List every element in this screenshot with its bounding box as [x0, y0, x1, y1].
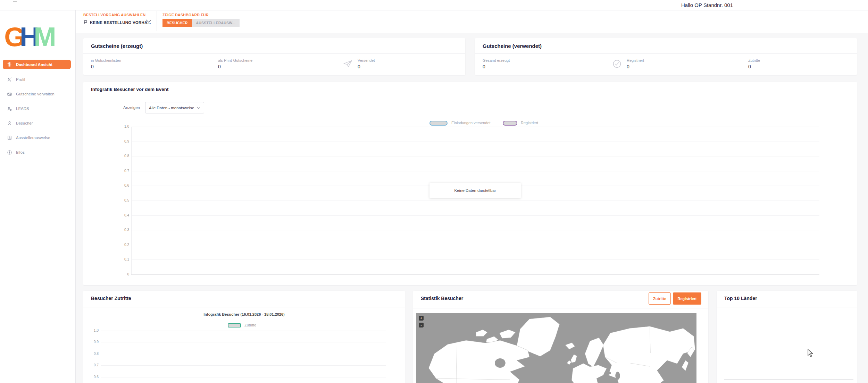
- card-infografik-vor-event: Infografik Besucher vor dem Event Anzeig…: [83, 82, 857, 285]
- paper-plane-icon: [343, 59, 353, 70]
- period-select[interactable]: Alle Daten - monatsweise: [145, 102, 204, 113]
- sidebar-item-gutscheine-verwalten[interactable]: Gutscheine verwalten: [0, 90, 76, 98]
- ytick: 0.9: [88, 340, 99, 344]
- ytick: 1.0: [88, 329, 99, 332]
- ytick: 0.6: [88, 375, 99, 379]
- card-title: Statistik Besucher: [421, 296, 463, 301]
- x-axis-line: [724, 379, 853, 380]
- empty-data-message: Keine Daten darstellbar: [429, 183, 521, 198]
- zutritte-button[interactable]: Zutritte: [649, 292, 671, 305]
- divider: [83, 98, 857, 98]
- legend-swatch-zutritte[interactable]: [228, 323, 241, 327]
- top-left-artifact: [13, 1, 17, 2]
- map-zoom-out-button[interactable]: -: [419, 323, 424, 327]
- check-circle-icon: [612, 59, 622, 70]
- gridline: [131, 156, 819, 156]
- ytick: 0.4: [117, 213, 129, 217]
- filter-label: Anzeigen: [123, 105, 140, 110]
- person-edit-icon: [7, 77, 12, 82]
- sliders-icon: [7, 62, 12, 67]
- divider: [83, 307, 405, 307]
- gridline: [131, 201, 819, 201]
- gridline: [101, 365, 386, 366]
- logo-letter-g: G: [4, 23, 20, 51]
- gridline: [131, 171, 819, 171]
- dashboard-for-tabs: BESUCHER AUSSTELLERAUSW...: [162, 19, 240, 27]
- flag-outline-icon: [83, 20, 90, 25]
- y-axis-line: [101, 331, 101, 383]
- sidebar-item-besucher[interactable]: Besucher: [0, 119, 76, 127]
- gridline: [101, 342, 386, 342]
- person-icon: [7, 121, 12, 126]
- divider: [475, 53, 857, 54]
- chevron-down-icon[interactable]: [146, 18, 151, 24]
- ytick: 0: [117, 272, 129, 276]
- legend-label-registriert[interactable]: Registriert: [521, 121, 538, 125]
- sidebar-item-label: Besucher: [16, 121, 33, 125]
- order-select[interactable]: KEINE BESTELLUNG VORHA...: [83, 20, 151, 25]
- ytick: 0.3: [117, 228, 129, 232]
- card-title: Top 10 Länder: [724, 296, 757, 301]
- ytick: 1.0: [117, 125, 129, 128]
- gridline: [131, 230, 819, 230]
- sidebar-item-ausstellerausweise[interactable]: Ausstellerausweise: [0, 134, 76, 142]
- sidebar-item-label: LEADS: [16, 107, 29, 111]
- header-divider: [157, 11, 157, 31]
- gridline-zero: [131, 274, 819, 275]
- logo-letter-m: M: [34, 23, 51, 51]
- gridline: [101, 331, 386, 331]
- divider: [413, 308, 708, 308]
- ytick: 0.9: [117, 139, 129, 143]
- order-select-value: KEINE BESTELLUNG VORHA...: [90, 20, 151, 25]
- card-top10-laender: Top 10 Länder: [717, 291, 857, 383]
- sidebar-item-infos[interactable]: Infos: [0, 148, 76, 156]
- card-title: Gutscheine (verwendet): [483, 43, 542, 49]
- card-gutscheine-verwendet: Gutscheine (verwendet) Gesamt erzeugt 0 …: [475, 38, 857, 75]
- registriert-button[interactable]: Registriert: [673, 292, 701, 305]
- sidebar-item-label: Infos: [16, 150, 25, 154]
- period-select-value: Alle Daten - monatsweise: [149, 106, 194, 110]
- divider: [83, 53, 465, 54]
- top-strip: Hallo OP Standnr. 001: [0, 0, 868, 10]
- tab-besucher[interactable]: BESUCHER: [162, 19, 192, 27]
- ytick: 0.6: [117, 184, 129, 187]
- ytick: 0.7: [88, 363, 99, 367]
- sidebar-item-label: Gutscheine verwalten: [16, 92, 55, 96]
- stat-registriert: Registriert 0: [627, 58, 644, 69]
- discount-tag-icon: [7, 92, 12, 97]
- stat-zutritte: Zutritte 0: [748, 58, 760, 69]
- sidebar-item-leads[interactable]: LEADS: [0, 104, 76, 113]
- sidebar-item-dashboard[interactable]: Dashboard Ansicht: [3, 60, 71, 69]
- sidebar-item-label: Dashboard Ansicht: [16, 62, 52, 67]
- greeting-text: Hallo OP Standnr. 001: [681, 2, 733, 8]
- card-besucher-zutritte: Besucher Zutritte Infografik Besucher (1…: [83, 291, 405, 383]
- world-map[interactable]: + -: [416, 313, 696, 383]
- sidebar: GHM Dashboard Ansicht Profil Gutscheine …: [0, 10, 76, 383]
- legend-swatch-einladungen[interactable]: [429, 121, 448, 126]
- ytick: 0.2: [117, 243, 129, 247]
- logo-letter-h: H: [20, 23, 34, 51]
- inner-chart-title: Infografik Besucher (16.01.2026 - 18.01.…: [83, 312, 405, 316]
- ytick: 0.7: [117, 169, 129, 173]
- card-statistik-besucher: Statistik Besucher Zutritte Registriert …: [413, 291, 708, 383]
- stat-in-gutscheinlisten: in Gutscheinlisten 0: [91, 58, 121, 69]
- header-bar: BESTELLVORGANG AUSWÄHLEN KEINE BESTELLUN…: [76, 10, 868, 33]
- tab-ausstellerausweise[interactable]: AUSSTELLERAUSW...: [192, 19, 240, 27]
- gridline: [131, 127, 819, 127]
- legend-label-einladungen[interactable]: Einladungen versendet: [451, 121, 491, 125]
- legend-label-zutritte[interactable]: Zutritte: [244, 323, 256, 327]
- id-badge-icon: [7, 135, 12, 141]
- sidebar-item-label: Ausstellerausweise: [16, 136, 50, 140]
- card-title: Besucher Zutritte: [91, 296, 131, 301]
- map-zoom-in-button[interactable]: +: [419, 316, 424, 321]
- stat-versendet: Versendet 0: [358, 58, 375, 69]
- card-title: Infografik Besucher vor dem Event: [91, 87, 169, 92]
- legend-swatch-registriert[interactable]: [503, 121, 517, 126]
- ytick: 0.8: [117, 154, 129, 158]
- ytick: 0.8: [88, 352, 99, 356]
- stat-gesamt-erzeugt: Gesamt erzeugt 0: [483, 58, 510, 69]
- card-gutscheine-erzeugt: Gutscheine (erzeugt) in Gutscheinlisten …: [83, 38, 465, 75]
- ytick: 0.1: [117, 257, 129, 261]
- person-gear-icon: [7, 106, 12, 111]
- sidebar-item-profil[interactable]: Profil: [0, 75, 76, 84]
